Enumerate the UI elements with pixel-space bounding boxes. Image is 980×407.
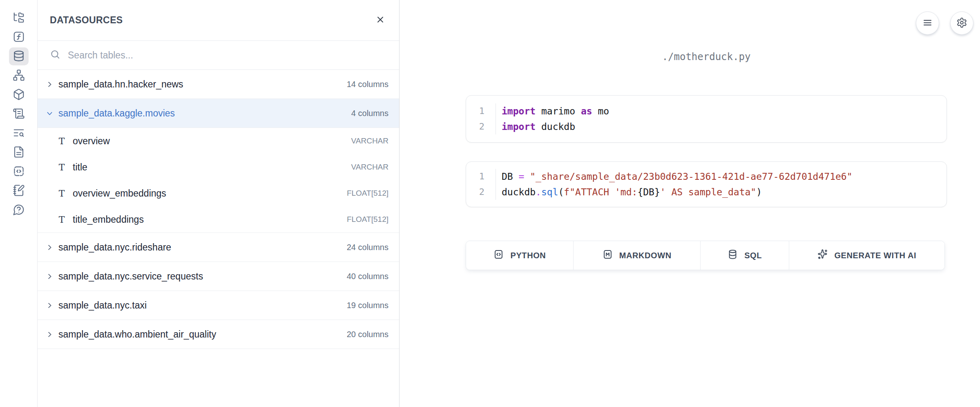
column-row[interactable]: T title_embeddings FLOAT[512] bbox=[38, 206, 399, 233]
sparkles-icon bbox=[817, 249, 828, 262]
code-square-icon bbox=[493, 249, 504, 262]
column-row[interactable]: T overview VARCHAR bbox=[38, 128, 399, 154]
code-line: import duckdb bbox=[502, 119, 947, 134]
code-token: {DB} bbox=[637, 187, 660, 197]
settings-gear-icon bbox=[956, 17, 967, 29]
database-icon bbox=[727, 249, 738, 262]
chevron-right-icon bbox=[46, 302, 54, 309]
code-token: duckdb bbox=[502, 187, 536, 197]
code-token: DB bbox=[502, 171, 519, 182]
table-row[interactable]: sample_data.who.ambient_air_quality 20 c… bbox=[38, 320, 399, 349]
rail-item-packages[interactable] bbox=[9, 86, 29, 104]
add-cell-bar: PYTHON MARKDOWN SQL GENERATE WITH AI bbox=[466, 241, 945, 270]
table-name: sample_data.nyc.taxi bbox=[58, 300, 147, 311]
datasources-panel: DATASOURCES sample_data.hn.hacker_news 1… bbox=[38, 0, 400, 407]
file-tree-icon bbox=[13, 11, 25, 25]
close-icon bbox=[375, 15, 385, 26]
add-markdown-cell-button[interactable]: MARKDOWN bbox=[573, 241, 700, 270]
column-name: overview_embeddings bbox=[73, 188, 166, 199]
column-group: T overview VARCHAR T title VARCHAR T ove… bbox=[38, 128, 399, 233]
rail-item-variables[interactable] bbox=[9, 28, 29, 46]
document-icon bbox=[13, 146, 25, 159]
table-name: sample_data.who.ambient_air_quality bbox=[58, 329, 216, 340]
text-type-icon: T bbox=[57, 188, 66, 199]
chevron-right-icon bbox=[46, 244, 54, 251]
settings-button[interactable] bbox=[950, 11, 973, 35]
generate-with-ai-button[interactable]: GENERATE WITH AI bbox=[789, 241, 944, 270]
search-input[interactable] bbox=[68, 50, 387, 61]
text-type-icon: T bbox=[57, 136, 66, 146]
code-line: DB = "_share/sample_data/23b0d623-1361-4… bbox=[502, 169, 947, 184]
help-chat-icon bbox=[13, 204, 25, 217]
code-editor[interactable]: DB = "_share/sample_data/23b0d623-1361-4… bbox=[496, 169, 947, 200]
code-editor[interactable]: import marimo as mo import duckdb bbox=[496, 103, 947, 134]
code-token: import bbox=[502, 121, 536, 132]
table-search-row bbox=[38, 41, 399, 70]
table-row[interactable]: sample_data.nyc.service_requests 40 colu… bbox=[38, 262, 399, 291]
table-name: sample_data.nyc.rideshare bbox=[58, 242, 171, 253]
notebook-menu-button[interactable] bbox=[916, 11, 939, 35]
close-panel-button[interactable] bbox=[374, 13, 387, 27]
table-row[interactable]: sample_data.nyc.taxi 19 columns bbox=[38, 291, 399, 320]
table-name: sample_data.nyc.service_requests bbox=[58, 271, 203, 282]
notebook-area: ./motherduck.py 1 2 import marimo as mo … bbox=[400, 0, 980, 407]
column-name: overview bbox=[73, 136, 110, 147]
line-number: 1 bbox=[479, 169, 484, 184]
code-token: as bbox=[581, 106, 592, 116]
code-token: mo bbox=[592, 106, 609, 116]
column-row[interactable]: T overview_embeddings FLOAT[512] bbox=[38, 180, 399, 206]
text-type-icon: T bbox=[57, 215, 66, 225]
column-type: FLOAT[512] bbox=[347, 215, 388, 224]
code-token: . bbox=[536, 187, 541, 197]
rail-item-help[interactable] bbox=[9, 201, 29, 219]
column-count: 20 columns bbox=[347, 330, 388, 339]
code-token: = bbox=[519, 171, 525, 182]
database-icon bbox=[13, 50, 25, 63]
rail-item-datasources[interactable] bbox=[9, 47, 29, 65]
tables-tree: sample_data.hn.hacker_news 14 columns sa… bbox=[38, 70, 399, 407]
network-icon bbox=[13, 69, 25, 83]
line-number: 2 bbox=[479, 184, 484, 200]
line-number-gutter: 1 2 bbox=[466, 103, 496, 134]
code-token: "_share/sample_data/23b0d623-1361-421d-a… bbox=[530, 171, 852, 182]
code-snippet-icon bbox=[13, 165, 25, 179]
code-token: f"ATTACH 'md: bbox=[564, 187, 637, 197]
column-count: 40 columns bbox=[347, 272, 388, 281]
table-row-selected[interactable]: sample_data.kaggle.movies 4 columns bbox=[38, 99, 399, 128]
table-row[interactable]: sample_data.hn.hacker_news 14 columns bbox=[38, 70, 399, 99]
rail-item-logs[interactable] bbox=[9, 105, 29, 123]
rail-item-files[interactable] bbox=[9, 9, 29, 27]
code-line: duckdb.sql(f"ATTACH 'md:{DB}' AS sample_… bbox=[502, 184, 947, 200]
add-sql-cell-button[interactable]: SQL bbox=[700, 241, 789, 270]
rail-item-snippets[interactable] bbox=[9, 163, 29, 181]
function-square-icon bbox=[13, 31, 25, 44]
column-type: FLOAT[512] bbox=[347, 189, 388, 198]
chevron-right-icon bbox=[46, 81, 54, 88]
marimo-app: DATASOURCES sample_data.hn.hacker_news 1… bbox=[0, 0, 980, 407]
generate-ai-label: GENERATE WITH AI bbox=[834, 251, 916, 260]
add-python-cell-button[interactable]: PYTHON bbox=[466, 241, 573, 270]
add-python-label: PYTHON bbox=[510, 251, 546, 260]
code-token: sql bbox=[541, 187, 558, 197]
column-type: VARCHAR bbox=[351, 163, 389, 172]
column-row[interactable]: T title VARCHAR bbox=[38, 154, 399, 180]
markdown-icon bbox=[602, 249, 613, 262]
notebook-filename[interactable]: ./motherduck.py bbox=[466, 51, 947, 63]
code-line: import marimo as mo bbox=[502, 103, 947, 119]
add-markdown-label: MARKDOWN bbox=[619, 251, 672, 260]
code-token: ) bbox=[756, 187, 762, 197]
column-name: title bbox=[73, 162, 87, 173]
table-name: sample_data.hn.hacker_news bbox=[58, 79, 183, 90]
rail-item-search[interactable] bbox=[9, 124, 29, 142]
table-row[interactable]: sample_data.nyc.rideshare 24 columns bbox=[38, 233, 399, 262]
sidebar-rail bbox=[0, 0, 38, 407]
rail-item-documentation[interactable] bbox=[9, 143, 29, 161]
rail-item-dependencies[interactable] bbox=[9, 67, 29, 85]
datasources-header: DATASOURCES bbox=[38, 0, 399, 41]
column-type: VARCHAR bbox=[351, 136, 389, 145]
code-token bbox=[524, 171, 530, 182]
line-number-gutter: 1 2 bbox=[466, 169, 496, 200]
code-token: import bbox=[502, 106, 536, 116]
column-count: 24 columns bbox=[347, 243, 388, 252]
rail-item-scratchpad[interactable] bbox=[9, 182, 29, 200]
